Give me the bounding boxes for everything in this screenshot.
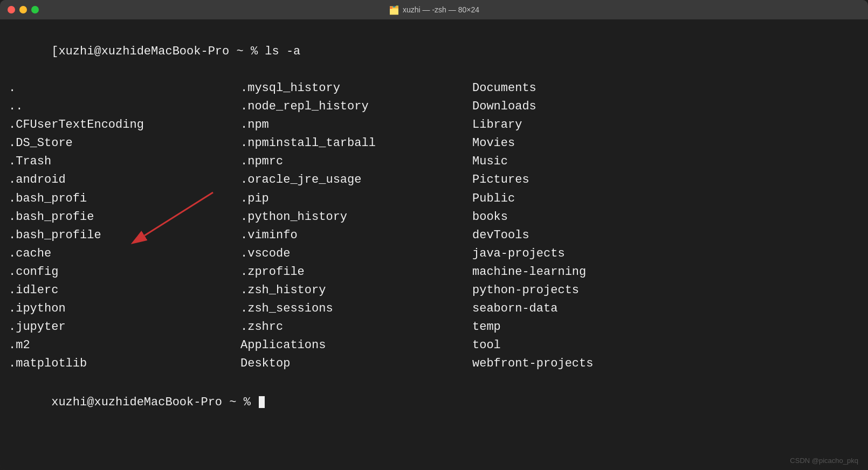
file-item-col2: .npm [240, 116, 472, 134]
file-item-col2: .pip [240, 190, 472, 208]
file-item-col3: Movies [472, 134, 859, 153]
title-icon: 🗂️ [389, 5, 399, 15]
traffic-lights [8, 6, 39, 13]
file-item-col2: .viminfo [240, 226, 472, 245]
file-item-col3: java-projects [472, 245, 859, 263]
file-item-col1: .DS_Store [9, 134, 240, 153]
terminal-body[interactable]: [xuzhi@xuzhideMacBook-Pro ~ % ls -a ..my… [0, 19, 868, 470]
file-item-col1: .jupyter [9, 318, 240, 336]
file-item-col1: .matplotlib [9, 355, 240, 373]
file-item-col2: Applications [240, 336, 472, 355]
file-item-col2: .npmrc [240, 153, 472, 171]
file-item-col2: .npminstall_tarball [240, 134, 472, 153]
file-item-col2: .python_history [240, 208, 472, 226]
prompt: [xuzhi@xuzhideMacBook-Pro ~ % ls -a [51, 45, 300, 58]
file-item-col3: Public [472, 190, 859, 208]
file-item-col2: .zsh_sessions [240, 300, 472, 318]
maximize-button[interactable] [31, 6, 39, 13]
file-item-col3: Library [472, 116, 859, 134]
file-item-col1: .idlerc [9, 281, 240, 300]
file-item-col2: .mysql_history [240, 79, 472, 98]
file-item-col2: .vscode [240, 245, 472, 263]
watermark: CSDN @picacho_pkq [790, 457, 858, 465]
file-item-col1: .bash_profile [9, 226, 240, 245]
file-item-col2: .oracle_jre_usage [240, 171, 472, 189]
file-item-col2: .zshrc [240, 318, 472, 336]
file-item-col1: .bash_profi [9, 190, 240, 208]
file-item-col1: .config [9, 263, 240, 281]
file-item-col3: temp [472, 318, 859, 336]
file-item-col1: .android [9, 171, 240, 189]
title-label: xuzhi — -zsh — 80×24 [403, 5, 479, 14]
file-item-col3: Music [472, 153, 859, 171]
file-item-col3: Pictures [472, 171, 859, 189]
file-item-col1: . [9, 79, 240, 98]
file-item-col2: Desktop [240, 355, 472, 373]
terminal-window: 🗂️ xuzhi — -zsh — 80×24 [xuzhi@xuzhideMa… [0, 0, 868, 470]
file-item-col1: .Trash [9, 153, 240, 171]
file-item-col1: .. [9, 98, 240, 116]
file-item-col3: tool [472, 336, 859, 355]
file-item-col3: books [472, 208, 859, 226]
file-item-col3: Documents [472, 79, 859, 98]
minimize-button[interactable] [19, 6, 27, 13]
cursor [259, 396, 265, 408]
file-item-col3: seaborn-data [472, 300, 859, 318]
file-item-col3: machine-learning [472, 263, 859, 281]
file-item-col1: .CFUserTextEncoding [9, 116, 240, 134]
file-item-col1: .cache [9, 245, 240, 263]
close-button[interactable] [8, 6, 15, 13]
file-item-col1: .m2 [9, 336, 240, 355]
command-line: [xuzhi@xuzhideMacBook-Pro ~ % ls -a [9, 25, 859, 78]
window-title: 🗂️ xuzhi — -zsh — 80×24 [389, 5, 479, 15]
file-list: ..mysql_historyDocuments...node_repl_his… [9, 79, 859, 374]
file-item-col1: .ipython [9, 300, 240, 318]
file-item-col2: .zprofile [240, 263, 472, 281]
bottom-prompt: xuzhi@xuzhideMacBook-Pro ~ % [9, 376, 859, 429]
file-item-col3: devTools [472, 226, 859, 245]
file-item-col3: webfront-projects [472, 355, 859, 373]
bottom-prompt-text: xuzhi@xuzhideMacBook-Pro ~ % [51, 396, 258, 409]
file-item-col3: python-projects [472, 281, 859, 300]
file-item-col2: .node_repl_history [240, 98, 472, 116]
file-item-col2: .zsh_history [240, 281, 472, 300]
file-item-col3: Downloads [472, 98, 859, 116]
file-item-col1: .bash_profie [9, 208, 240, 226]
title-bar: 🗂️ xuzhi — -zsh — 80×24 [0, 0, 868, 19]
